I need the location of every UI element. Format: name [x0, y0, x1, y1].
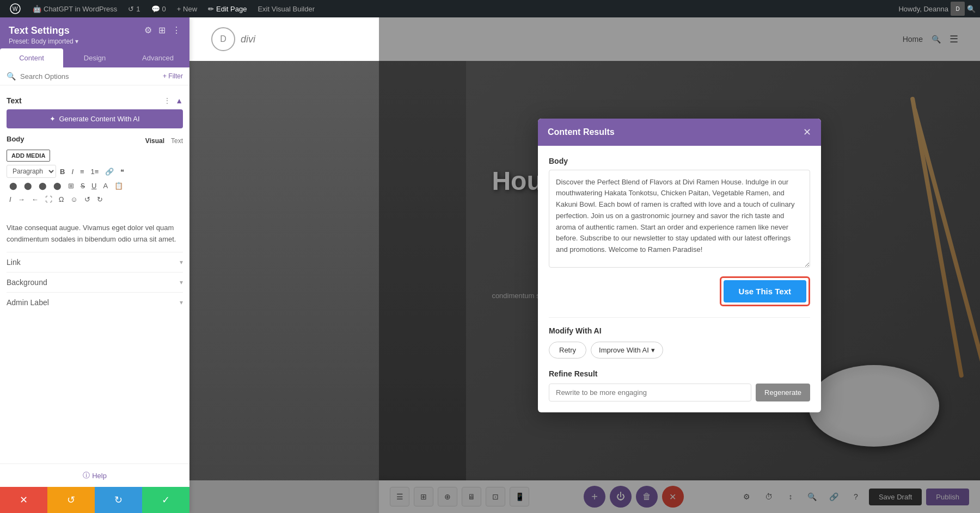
filter-button[interactable]: + Filter	[163, 72, 183, 80]
underline-button[interactable]: U	[89, 180, 99, 191]
admin-search-icon[interactable]: 🔍	[967, 5, 976, 13]
admin-bar-exit-builder[interactable]: Exit Visual Builder	[253, 0, 319, 17]
visual-tab[interactable]: Visual	[145, 137, 164, 145]
italic2-button[interactable]: I	[7, 194, 14, 205]
refine-row: Regenerate	[549, 384, 810, 401]
confirm-button[interactable]: ✓	[142, 487, 189, 513]
search-icon: 🔍	[7, 72, 16, 81]
sidebar-columns-icon[interactable]: ⊞	[158, 25, 166, 35]
help-icon: ⓘ	[83, 471, 90, 480]
editor-toolbar-row2: ⬤ ⬤ ⬤ ⬤ ⊞ S̶ U A 📋	[7, 180, 183, 191]
background-section[interactable]: Background ▾	[7, 272, 183, 292]
tab-design[interactable]: Design	[63, 48, 126, 67]
wp-logo[interactable]: W	[4, 0, 26, 17]
sidebar-actions: ✕ ↺ ↻ ✓	[0, 487, 189, 513]
chatgpt-icon: 🤖	[33, 5, 41, 13]
link-button[interactable]: 🔗	[102, 166, 117, 177]
retry-button[interactable]: Retry	[549, 342, 586, 359]
modal-title: Content Results	[548, 127, 615, 137]
text-color-button[interactable]: A	[100, 180, 111, 191]
help-link[interactable]: ⓘ Help	[7, 471, 183, 480]
use-this-text-highlight: Use This Text	[720, 276, 810, 306]
admin-avatar: D	[951, 2, 965, 16]
admin-bar-right: Howdy, Deanna D 🔍	[898, 2, 976, 16]
ordered-list-button[interactable]: 1≡	[88, 166, 102, 177]
quote-button[interactable]: ❝	[118, 166, 127, 177]
modal-body: Body Discover the Perfect Blend of Flavo…	[538, 146, 821, 412]
add-media-button[interactable]: ADD MEDIA	[7, 150, 50, 162]
background-label: Background	[7, 278, 47, 287]
unordered-list-button[interactable]: ≡	[77, 166, 87, 177]
align-left-button[interactable]: ⬤	[7, 180, 20, 191]
tab-advanced[interactable]: Advanced	[126, 48, 189, 67]
outdent-button[interactable]: ←	[29, 194, 41, 205]
left-sidebar: Text Settings Preset: Body imported ▾ ⚙ …	[0, 17, 189, 513]
cancel-button[interactable]: ✕	[0, 487, 47, 513]
link-section[interactable]: Link ▾	[7, 252, 183, 272]
body-text-content[interactable]: Vitae consequat augue. Vivamus eget dolo…	[7, 222, 183, 245]
text-tab[interactable]: Text	[171, 137, 183, 145]
logo-circle: D	[211, 27, 235, 51]
sidebar-preset[interactable]: Preset: Body imported ▾	[9, 38, 78, 45]
align-justify-button[interactable]: ⬤	[51, 180, 64, 191]
redo-button[interactable]: ↻	[95, 487, 142, 513]
editor-toolbar-row3: I → ← ⛶ Ω ☺ ↺ ↻	[7, 194, 183, 205]
bold-button[interactable]: B	[57, 166, 68, 177]
improve-with-ai-button[interactable]: Improve With AI ▾	[591, 342, 663, 359]
refine-input[interactable]	[549, 384, 751, 401]
special-char-button[interactable]: Ω	[56, 194, 67, 205]
emoji-button[interactable]: ☺	[68, 194, 80, 205]
admin-bar-chatgpt[interactable]: 🤖 ChatGPT in WordPress	[28, 0, 121, 17]
improve-arrow-icon: ▾	[651, 346, 655, 354]
indent-button[interactable]: →	[15, 194, 28, 205]
refine-label: Refine Result	[549, 369, 810, 378]
strikethrough-button[interactable]: S̶	[78, 180, 88, 191]
undo-editor-button[interactable]: ↺	[82, 194, 93, 205]
body-section: Body Visual Text ADD MEDIA Paragraph B I…	[7, 135, 183, 245]
admin-bar-revisions[interactable]: ↺ 1	[124, 0, 144, 17]
redo-editor-button[interactable]: ↻	[94, 194, 106, 205]
sidebar-more-icon[interactable]: ⋮	[172, 25, 181, 35]
use-this-text-button[interactable]: Use This Text	[724, 280, 806, 302]
generated-text-area[interactable]: Discover the Perfect Blend of Flavors at…	[549, 170, 810, 268]
admin-bar-new[interactable]: + New	[173, 0, 201, 17]
regenerate-button[interactable]: Regenerate	[756, 384, 810, 401]
search-input[interactable]	[20, 72, 158, 81]
admin-label-arrow: ▾	[180, 299, 183, 306]
text-section-title: Text	[7, 96, 22, 105]
ai-sparkle-icon: ✦	[50, 115, 56, 123]
sidebar-settings-icon[interactable]: ⚙	[144, 25, 152, 35]
sidebar-tabs: Content Design Advanced	[0, 48, 189, 67]
body-label: Body	[7, 135, 24, 143]
align-center-button[interactable]: ⬤	[21, 180, 35, 191]
link-label: Link	[7, 258, 21, 267]
admin-bar-comments[interactable]: 💬 0	[147, 0, 170, 17]
italic-button[interactable]: I	[69, 166, 76, 177]
modal-close-button[interactable]: ✕	[803, 126, 811, 138]
content-results-modal: Content Results ✕ Body Discover the Perf…	[538, 119, 821, 412]
undo-button[interactable]: ↺	[47, 487, 95, 513]
use-this-text-row: Use This Text	[549, 276, 810, 306]
tab-content[interactable]: Content	[0, 48, 63, 67]
text-section-header[interactable]: Text ⋮ ▲	[7, 92, 183, 109]
page-logo: D divi	[211, 27, 255, 51]
sidebar-header: Text Settings Preset: Body imported ▾ ⚙ …	[0, 17, 189, 48]
sidebar-title: Text Settings	[9, 25, 78, 36]
modal-header: Content Results ✕	[538, 119, 821, 146]
align-right-button[interactable]: ⬤	[36, 180, 50, 191]
text-section-arrow[interactable]: ▲	[175, 96, 183, 105]
fullscreen-button[interactable]: ⛶	[42, 194, 55, 205]
background-arrow: ▾	[180, 279, 183, 286]
table-button[interactable]: ⊞	[65, 180, 77, 191]
admin-bar-edit-page[interactable]: ✏ Edit Page	[204, 0, 251, 17]
modify-row: Retry Improve With AI ▾	[549, 342, 810, 359]
paragraph-select[interactable]: Paragraph	[7, 165, 56, 178]
sidebar-footer: ⓘ Help	[0, 463, 189, 487]
generate-content-button[interactable]: ✦ Generate Content With AI	[7, 109, 183, 128]
editor-toolbar-row1: Paragraph B I ≡ 1≡ 🔗 ❝	[7, 165, 183, 178]
text-section-dots[interactable]: ⋮	[163, 96, 171, 105]
admin-label-section[interactable]: Admin Label ▾	[7, 292, 183, 312]
modify-label: Modify With AI	[549, 326, 810, 335]
sidebar-content: Text ⋮ ▲ ✦ Generate Content With AI Body…	[0, 85, 189, 463]
paste-button[interactable]: 📋	[112, 180, 126, 191]
